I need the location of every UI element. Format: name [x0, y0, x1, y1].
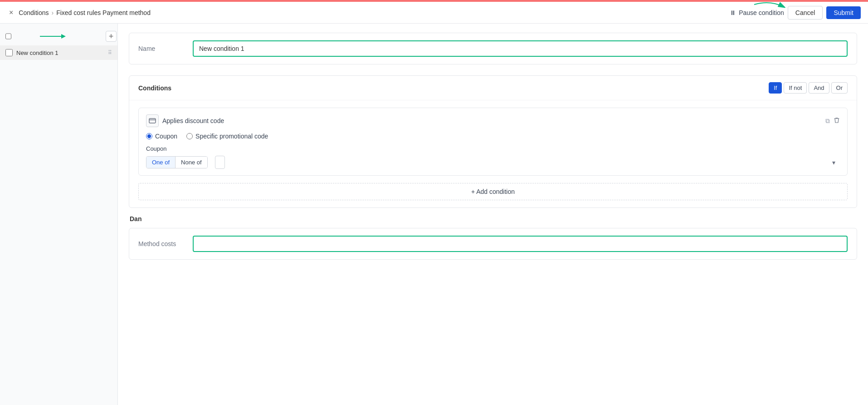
add-condition-button[interactable]: + Add condition	[138, 183, 848, 200]
condition-card-header: Applies discount code ⧉	[146, 114, 840, 127]
condition-if-button[interactable]: If	[769, 82, 782, 94]
condition-type-buttons: If If not And Or	[769, 82, 848, 94]
name-input[interactable]	[193, 40, 848, 57]
name-field-row: Name	[129, 33, 857, 64]
condition-card-discount: Applies discount code ⧉	[138, 108, 848, 176]
none-of-toggle[interactable]: None of	[176, 157, 207, 168]
add-condition-row: + Add condition	[129, 183, 857, 207]
method-costs-input[interactable]	[193, 236, 848, 252]
svg-marker-1	[61, 34, 66, 39]
cancel-button[interactable]: Cancel	[788, 6, 823, 20]
condition-card-title: Applies discount code	[146, 114, 224, 127]
discount-card-icon	[146, 114, 159, 127]
one-of-toggle[interactable]: One of	[146, 157, 176, 168]
coupon-select-wrapper	[211, 156, 840, 169]
coupon-toggle-group: One of None of	[146, 156, 208, 168]
condition-or-button[interactable]: Or	[831, 82, 848, 94]
condition-if-not-button[interactable]: If not	[784, 82, 807, 94]
coupon-select[interactable]	[215, 156, 225, 169]
close-button[interactable]: ×	[7, 7, 15, 19]
radio-row: Coupon Specific promotional code	[146, 133, 840, 140]
breadcrumb: Conditions › Fixed cost rules Payment me…	[19, 9, 151, 16]
breadcrumb-current: Fixed cost rules Payment method	[56, 9, 151, 16]
conditions-section-header: Conditions If If not And Or	[129, 76, 857, 100]
drag-handle-icon[interactable]: ⠿	[108, 49, 112, 56]
method-costs-label: Method costs	[138, 240, 193, 247]
condition-card-actions: ⧉	[825, 117, 840, 125]
add-condition-sidebar-button[interactable]: +	[106, 31, 117, 42]
dan-title: Dan	[129, 215, 857, 222]
svg-rect-2	[149, 119, 156, 123]
sidebar-item-new-condition-1[interactable]: New condition 1 ⠿	[0, 45, 117, 60]
specific-promo-radio[interactable]	[186, 133, 193, 139]
method-costs-row: Method costs	[129, 228, 857, 260]
main-content: Name Conditions If If not And Or	[118, 24, 868, 405]
coupon-radio[interactable]	[146, 133, 152, 139]
copy-condition-button[interactable]: ⧉	[825, 117, 830, 125]
breadcrumb-conditions-link[interactable]: Conditions	[19, 9, 49, 16]
pause-icon: ⏸	[730, 9, 736, 16]
dan-section: Dan Method costs	[129, 215, 857, 260]
sidebar-item-checkbox[interactable]	[5, 49, 13, 56]
condition-and-button[interactable]: And	[809, 82, 829, 94]
sidebar-toolbar: +	[0, 27, 117, 45]
specific-promo-radio-label[interactable]: Specific promotional code	[186, 133, 268, 140]
sidebar: + New condition 1 ⠿	[0, 24, 118, 405]
sidebar-item-label: New condition 1	[16, 49, 59, 56]
name-label: Name	[138, 45, 193, 52]
coupon-section: Coupon One of None of	[146, 145, 840, 169]
delete-condition-button[interactable]	[834, 117, 840, 125]
specific-promo-radio-text: Specific promotional code	[195, 133, 268, 140]
coupon-label: Coupon	[146, 145, 840, 152]
sidebar-select-all-checkbox[interactable]	[5, 33, 11, 40]
conditions-section: Conditions If If not And Or	[129, 75, 857, 208]
breadcrumb-separator: ›	[52, 9, 54, 16]
coupon-radio-text: Coupon	[155, 133, 177, 140]
coupon-row: One of None of	[146, 156, 840, 169]
coupon-radio-label[interactable]: Coupon	[146, 133, 177, 140]
submit-button[interactable]: Submit	[826, 6, 861, 19]
conditions-title: Conditions	[138, 84, 171, 92]
condition-card-label: Applies discount code	[162, 117, 224, 124]
